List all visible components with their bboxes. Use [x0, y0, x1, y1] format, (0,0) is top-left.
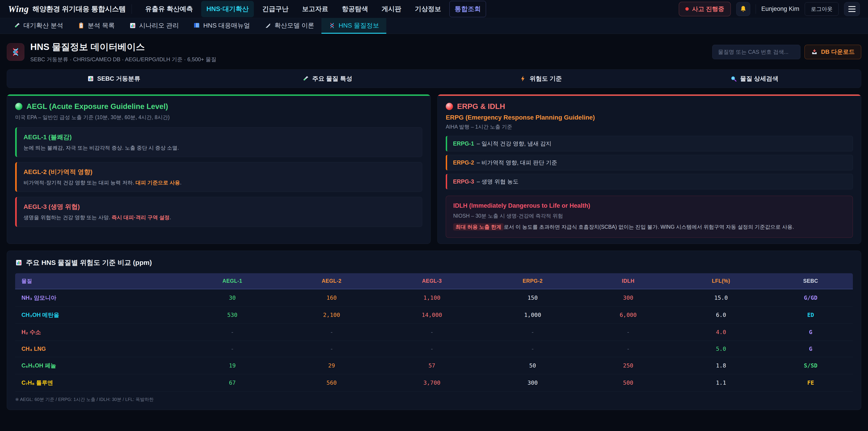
- aegl-2-name: AEGL-2 (비가역적 영향): [24, 168, 415, 176]
- erpg-heading: ERPG (Emergency Response Planning Guidel…: [446, 114, 853, 121]
- user-name: Eunjeong Kim: [761, 5, 799, 12]
- idlh-title: IDLH (Immediately Dangerous to Life or H…: [453, 202, 845, 209]
- page-titles: HNS 물질정보 데이터베이스 SEBC 거동분류 · CHRIS/CAMEO …: [30, 41, 217, 63]
- subtab-hns-manual[interactable]: HNS 대응매뉴얼: [186, 18, 257, 34]
- table-header-row: 물질 AEGL-1 AEGL-2 AEGL-3 ERPG-2 IDLH LFL(…: [15, 273, 853, 289]
- hazard-comparison-table-card: 주요 HNS 물질별 위험도 기준 비교 (ppm) 물질 AEGL-1 AEG…: [7, 251, 861, 410]
- table-footnote: ※ AEGL: 60분 기준 / ERPG: 1시간 노출 / IDLH: 30…: [15, 396, 853, 402]
- bar-chart-icon: [87, 75, 94, 82]
- nav-item-aerial-search[interactable]: 항공탐색: [337, 1, 373, 17]
- erpg-1-row: ERPG-1– 일시적 건강 영향, 냄새 감지: [446, 136, 853, 151]
- hamburger-menu-icon: [848, 6, 856, 7]
- db-download-label: DB 다운로드: [821, 48, 855, 56]
- table-title: 주요 HNS 물질별 위험도 기준 비교 (ppm): [26, 258, 152, 267]
- nav-item-oil-spill[interactable]: 유출유 확산예측: [140, 1, 198, 17]
- wing-logo-mark: Wing: [8, 4, 29, 14]
- page-icon: [7, 43, 24, 61]
- incident-status-badge[interactable]: 사고 진행중: [679, 2, 731, 16]
- aegl-panel-title: AEGL (Acute Exposure Guideline Level): [26, 102, 168, 111]
- col-header-aegl2: AEGL-2: [282, 273, 381, 289]
- col-header-aegl1: AEGL-1: [183, 273, 282, 289]
- col-header-aegl3: AEGL-3: [381, 273, 483, 289]
- aegl-2-desc: 비가역적·장기적 건강 영향 또는 대피 능력 저하. 대피 기준으로 사용.: [24, 179, 415, 186]
- table-row-ammonia: NH₃ 암모니아 30 160 1,100 150 300 15.0 G/GD: [15, 289, 853, 306]
- nav-item-hns-dispersion[interactable]: HNS·대기확산: [201, 1, 254, 17]
- subtab-analysis-list[interactable]: 분석 목록: [70, 18, 122, 34]
- subtab-hns-substance-info[interactable]: HNS 물질정보: [321, 18, 386, 34]
- bar-chart-icon: [129, 22, 136, 29]
- aegl-3-name: AEGL-3 (생명 위협): [24, 203, 415, 211]
- status-dot-icon: [685, 7, 689, 11]
- subtab-dispersion-analysis[interactable]: 대기확산 분석: [6, 18, 70, 34]
- hamburger-menu-button[interactable]: [844, 2, 860, 16]
- tab-sebc-classification[interactable]: SEBC 거동분류: [7, 70, 221, 88]
- section-tabs: SEBC 거동분류 주요 물질 특성 위험도 기준 물질 상세검색: [7, 69, 861, 88]
- criteria-panels: AEGL (Acute Exposure Guideline Level) 미국…: [7, 94, 861, 244]
- idlh-body: 최대 허용 노출 한계로서 이 농도를 초과하면 자급식 호흡장치(SCBA) …: [453, 223, 845, 231]
- aegl-1-desc: 눈에 띄는 불쾌감, 자극 또는 비감각적 증상. 노출 중단 시 증상 소멸.: [24, 144, 415, 151]
- status-badge-label: 사고 진행중: [692, 5, 724, 13]
- aegl-3-card: AEGL-3 (생명 위협) 생명을 위협하는 건강 영향 또는 사망. 즉시 …: [15, 197, 422, 227]
- test-tube-icon: [13, 22, 20, 29]
- table-row-lng: CH₄ LNG - - - - - 5.0 G: [15, 341, 853, 357]
- table-row-toluene: C₇H₈ 톨루엔 67 560 3,700 300 500 1.1 FE: [15, 374, 853, 391]
- col-header-erpg2: ERPG-2: [483, 273, 583, 289]
- aegl-panel-subtitle: 미국 EPA – 일반인 급성 노출 기준 (10분, 30분, 60분, 4시…: [15, 114, 422, 121]
- idlh-card: IDLH (Immediately Dangerous to Life or H…: [446, 196, 853, 238]
- lightning-icon: [520, 75, 526, 82]
- clipboard-icon: [78, 22, 85, 29]
- page-header: HNS 물질정보 데이터베이스 SEBC 거동분류 · CHRIS/CAMEO …: [0, 34, 868, 68]
- book-icon: [193, 22, 200, 29]
- green-circle-icon: [15, 103, 22, 110]
- brand-logo: Wing 해양환경 위기대응 통합시스템: [8, 4, 126, 14]
- test-tube-icon: [302, 75, 309, 82]
- erpg-3-tag: ERPG-3: [453, 178, 474, 185]
- erpg-subtitle: AIHA 발행 – 1시간 노출 기준: [446, 123, 853, 130]
- erpg-panel-title-row: ERPG & IDLH: [446, 102, 853, 111]
- nav-item-integrated-search[interactable]: 통합조회: [450, 1, 486, 17]
- col-header-substance: 물질: [15, 273, 183, 289]
- erpg-idlh-panel: ERPG & IDLH ERPG (Emergency Response Pla…: [437, 94, 861, 244]
- erpg-3-row: ERPG-3– 생명 위협 농도: [446, 174, 853, 189]
- page-title: HNS 물질정보 데이터베이스: [30, 41, 217, 53]
- nav-item-rescue[interactable]: 긴급구난: [257, 1, 293, 17]
- db-download-button[interactable]: DB 다운로드: [804, 45, 861, 59]
- subtab-model-theory[interactable]: 확산모델 이론: [257, 18, 321, 34]
- notifications-button[interactable]: [736, 2, 750, 16]
- aegl-3-desc: 생명을 위협하는 건강 영향 또는 사망. 즉시 대피·격리 구역 설정.: [24, 214, 415, 221]
- sub-navigation-tabs: 대기확산 분석 분석 목록 시나리오 관리: [0, 18, 868, 34]
- col-header-lfl: LFL(%): [674, 273, 768, 289]
- col-header-sebc: SEBC: [768, 273, 853, 289]
- subtab-scenario-management[interactable]: 시나리오 관리: [122, 18, 186, 34]
- tab-substance-search[interactable]: 물질 상세검색: [648, 70, 861, 88]
- triangle-ruler-icon: [265, 22, 271, 29]
- main-menu: 유출유 확산예측 HNS·대기확산 긴급구난 보고자료 항공탐색 게시판 기상정…: [140, 1, 486, 17]
- topnav-right: 사고 진행중 Eunjeong Kim 로그아웃: [679, 2, 860, 16]
- system-name: 해양환경 위기대응 통합시스템: [32, 4, 126, 14]
- aegl-2-card: AEGL-2 (비가역적 영향) 비가역적·장기적 건강 영향 또는 대피 능력…: [15, 162, 422, 192]
- nav-item-reports[interactable]: 보고자료: [297, 1, 333, 17]
- nav-item-weather[interactable]: 기상정보: [410, 1, 446, 17]
- substance-search-input[interactable]: [712, 45, 800, 59]
- dna-icon: [329, 22, 336, 29]
- bell-icon: [739, 5, 747, 13]
- table-title-row: 주요 HNS 물질별 위험도 기준 비교 (ppm): [15, 258, 853, 267]
- table-row-methanol: CH₃OH 메탄올 530 2,100 14,000 1,000 6,000 6…: [15, 306, 853, 324]
- erpg-panel-title: ERPG & IDLH: [457, 102, 505, 111]
- download-icon: [811, 49, 818, 55]
- red-circle-icon: [446, 103, 453, 110]
- aegl-1-card: AEGL-1 (불쾌감) 눈에 띄는 불쾌감, 자극 또는 비감각적 증상. 노…: [15, 127, 422, 157]
- col-header-idlh: IDLH: [583, 273, 674, 289]
- nav-item-board[interactable]: 게시판: [376, 1, 406, 17]
- tab-substance-properties[interactable]: 주요 물질 특성: [221, 70, 434, 88]
- page-subtitle: SEBC 거동분류 · CHRIS/CAMEO DB · AEGL/ERPG/I…: [30, 56, 217, 63]
- logout-button[interactable]: 로그아웃: [805, 2, 839, 16]
- aegl-panel-title-row: AEGL (Acute Exposure Guideline Level): [15, 102, 422, 111]
- table-row-hydrogen: H₂ 수소 - - - - - 4.0 G: [15, 324, 853, 341]
- search-icon: [730, 75, 737, 82]
- bar-chart-icon: [15, 259, 22, 266]
- erpg-1-tag: ERPG-1: [453, 140, 474, 147]
- table-row-phenol: C₆H₅OH 페놀 19 29 57 50 250 1.8 S/SD: [15, 357, 853, 374]
- erpg-2-tag: ERPG-2: [453, 159, 474, 166]
- tab-hazard-criteria[interactable]: 위험도 기준: [434, 70, 648, 88]
